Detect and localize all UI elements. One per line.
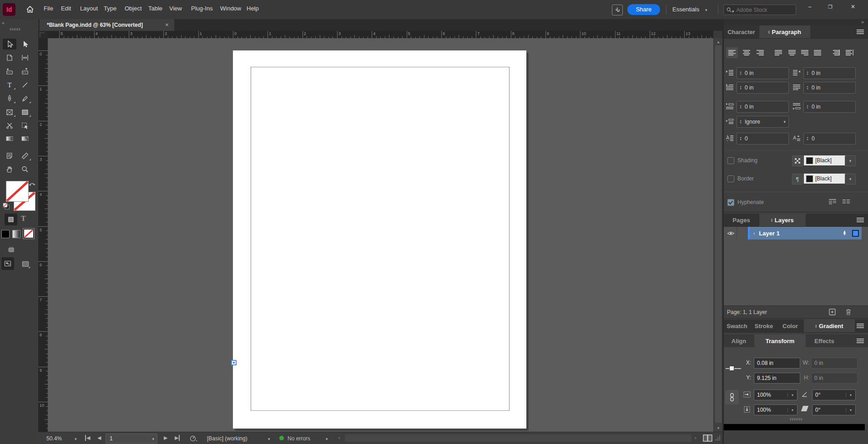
selection-tool[interactable] bbox=[3, 39, 16, 50]
constrain-scale-link-icon[interactable] bbox=[725, 390, 739, 404]
rectangle-tool[interactable] bbox=[18, 107, 32, 118]
menu-object[interactable]: Object bbox=[125, 5, 142, 12]
screen-mode-normal-button[interactable] bbox=[1, 257, 14, 270]
chevron-down-icon[interactable]: ▾ bbox=[846, 408, 855, 412]
vertical-scrollbar-thumb[interactable] bbox=[715, 45, 722, 423]
apply-none-button[interactable] bbox=[23, 229, 34, 239]
paragraph-panel-menu-icon[interactable] bbox=[857, 30, 864, 35]
document-tab[interactable]: *Blank Page.indd @ 63% [Converted] × bbox=[40, 19, 174, 31]
formatting-affects-container-button[interactable] bbox=[5, 214, 17, 225]
gradient-feather-tool[interactable] bbox=[18, 133, 32, 144]
swap-fill-stroke-icon[interactable] bbox=[29, 181, 36, 188]
tab-color[interactable]: Color bbox=[777, 319, 803, 332]
errors-chevron-icon[interactable]: ▾ bbox=[326, 437, 328, 441]
menu-file[interactable]: File bbox=[44, 5, 53, 12]
preflight-gauge-icon[interactable] bbox=[189, 434, 197, 442]
horizontal-scrollbar-thumb[interactable] bbox=[345, 434, 691, 442]
horizontal-ruler[interactable]: 54321012345678910111213 bbox=[48, 31, 713, 39]
spinner-icon[interactable]: ▴▾ bbox=[804, 136, 812, 141]
page-chevron-icon[interactable]: ▾ bbox=[152, 437, 154, 441]
apply-color-button[interactable] bbox=[1, 230, 10, 238]
scroll-down-icon[interactable]: ▾ bbox=[714, 426, 723, 430]
indesign-logo-icon[interactable]: Id bbox=[3, 3, 15, 16]
vertical-scrollbar[interactable]: ▴ ▾ bbox=[713, 38, 723, 432]
line-tool[interactable] bbox=[18, 80, 32, 90]
shear-angle-dropdown[interactable]: 0°▾ bbox=[812, 404, 856, 415]
next-page-button[interactable]: ▶ bbox=[164, 435, 167, 441]
direct-selection-tool[interactable] bbox=[18, 39, 32, 50]
tab-pages[interactable]: Pages bbox=[724, 214, 759, 226]
workspace-switcher[interactable]: Essentials bbox=[672, 6, 699, 13]
justify-last-left-button[interactable] bbox=[772, 47, 784, 58]
hand-tool[interactable] bbox=[3, 164, 16, 175]
shading-color-chevron[interactable]: ▾ bbox=[845, 155, 856, 166]
scale-y-dropdown[interactable]: 100%▾ bbox=[754, 404, 797, 415]
delete-layer-trash-icon[interactable] bbox=[845, 308, 852, 316]
tab-layers[interactable]: ▴▾ Layers bbox=[759, 214, 806, 226]
menu-table[interactable]: Table bbox=[148, 5, 162, 12]
space-before-field[interactable]: ▴▾0 in bbox=[737, 101, 789, 113]
spinner-icon[interactable]: ▴▾ bbox=[737, 120, 745, 124]
maximize-button[interactable]: ❐ bbox=[821, 0, 839, 14]
border-checkbox[interactable] bbox=[727, 175, 734, 182]
measure-tool[interactable] bbox=[18, 150, 32, 161]
tab-align[interactable]: Align bbox=[724, 334, 754, 347]
y-position-field[interactable]: 9.125 in bbox=[754, 373, 800, 384]
close-tab-icon[interactable]: × bbox=[165, 21, 169, 28]
formatting-affects-text-button[interactable]: T bbox=[21, 215, 26, 223]
split-columns-icon[interactable] bbox=[841, 198, 851, 206]
layer-expand-chevron-icon[interactable]: › bbox=[753, 231, 755, 236]
layers-panel-menu-icon[interactable] bbox=[857, 218, 864, 223]
menu-layout[interactable]: Layout bbox=[80, 5, 98, 12]
zoom-chevron-icon[interactable]: ▾ bbox=[75, 437, 77, 441]
spinner-icon[interactable]: ▴▾ bbox=[737, 105, 745, 109]
home-icon[interactable] bbox=[25, 5, 35, 14]
hyphenate-checkbox[interactable] bbox=[727, 199, 734, 206]
window-resize-grip[interactable] bbox=[715, 435, 721, 441]
menu-window[interactable]: Window bbox=[220, 5, 241, 12]
gradient-swatch-tool[interactable] bbox=[3, 133, 16, 144]
page-number-field[interactable]: 1 ▾ bbox=[106, 434, 157, 444]
border-color-dropdown[interactable]: [Black] bbox=[804, 174, 846, 184]
justify-all-button[interactable] bbox=[812, 47, 823, 58]
width-field[interactable]: 0 in bbox=[811, 358, 858, 369]
preflight-profile-value[interactable]: [Basic] (working) bbox=[207, 435, 247, 442]
minimize-button[interactable]: − bbox=[801, 0, 819, 14]
scale-x-dropdown[interactable]: 100%▾ bbox=[754, 389, 797, 400]
spinner-icon[interactable]: ▴▾ bbox=[737, 85, 745, 90]
content-placer-tool[interactable] bbox=[18, 66, 32, 77]
tab-effects[interactable]: Effects bbox=[807, 334, 842, 347]
tab-gradient[interactable]: ▴▾ Gradient bbox=[804, 319, 855, 332]
collapse-dock-icon[interactable]: » bbox=[861, 19, 864, 25]
chevron-down-icon[interactable]: ▾ bbox=[787, 393, 797, 397]
pencil-tool[interactable] bbox=[18, 93, 32, 104]
spinner-icon[interactable]: ▴▾ bbox=[804, 71, 812, 75]
tools-grip-handle[interactable] bbox=[10, 28, 20, 30]
page-tool[interactable] bbox=[3, 52, 16, 63]
shading-checkbox[interactable] bbox=[727, 157, 734, 164]
shading-color-dropdown[interactable]: [Black] bbox=[804, 155, 846, 165]
menu-plugins[interactable]: Plug-Ins bbox=[191, 5, 213, 12]
left-indent-field[interactable]: ▴▾0 in bbox=[737, 67, 789, 79]
x-position-field[interactable]: 0.08 in bbox=[754, 358, 800, 369]
touch-workspace-icon[interactable] bbox=[612, 5, 623, 15]
menu-help[interactable]: Help bbox=[247, 5, 259, 12]
last-page-button[interactable]: ▶ bbox=[175, 435, 180, 441]
preflight-chevron-icon[interactable]: ▾ bbox=[268, 437, 270, 441]
align-toward-spine-button[interactable] bbox=[830, 47, 842, 58]
apply-gradient-button[interactable] bbox=[12, 230, 20, 238]
scroll-up-icon[interactable]: ▴ bbox=[714, 40, 723, 44]
spinner-icon[interactable]: ▴▾ bbox=[737, 136, 745, 141]
pen-tool[interactable] bbox=[3, 93, 16, 104]
fill-proxy-none[interactable] bbox=[6, 181, 29, 202]
reference-point-selector[interactable] bbox=[729, 366, 734, 371]
scroll-right-icon[interactable]: › bbox=[695, 435, 696, 440]
border-color-chevron[interactable]: ▾ bbox=[845, 174, 856, 185]
height-field[interactable]: 0 in bbox=[811, 373, 858, 384]
align-right-button[interactable] bbox=[754, 47, 766, 58]
content-collector-tool[interactable] bbox=[3, 66, 16, 77]
close-button[interactable]: × bbox=[844, 0, 862, 14]
search-input[interactable] bbox=[736, 6, 783, 14]
zoom-level-value[interactable]: 50.4% bbox=[46, 435, 62, 442]
pages-spread-view-icon[interactable] bbox=[702, 434, 713, 442]
